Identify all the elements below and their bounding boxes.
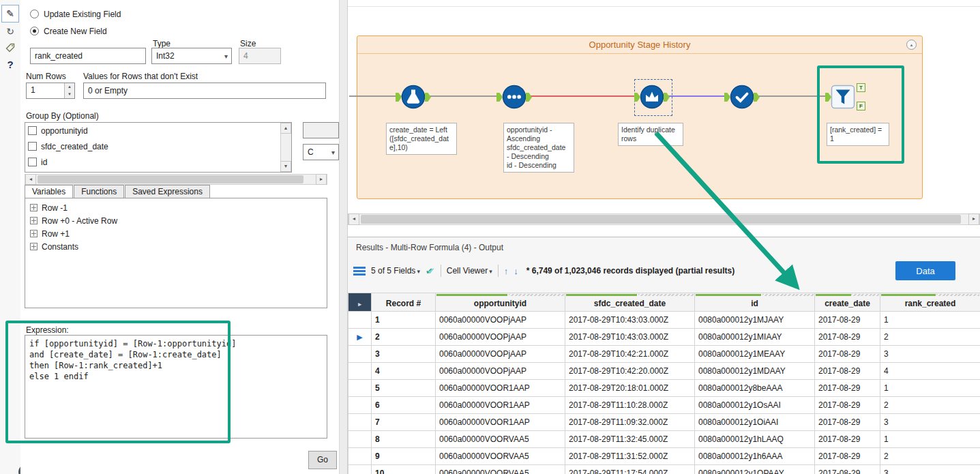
data-cell[interactable]: 0060a00000VOORVAA5 <box>436 448 565 465</box>
data-cell[interactable]: 2017-08-29T11:10:28.000Z <box>565 397 695 414</box>
table-row[interactable]: 10060a00000VOOPjAAP2017-08-29T10:43:03.0… <box>348 312 980 329</box>
data-cell[interactable]: 2017-08-29T10:43:03.000Z <box>565 329 695 346</box>
table-row[interactable]: 60060a00000VOOR1AAP2017-08-29T11:10:28.0… <box>348 397 980 414</box>
data-cell[interactable]: 0080a000012y1MJAAY <box>695 312 815 329</box>
record-number-cell[interactable]: 3 <box>372 346 436 363</box>
row-selector[interactable] <box>348 465 372 474</box>
false-output-anchor[interactable]: F <box>857 102 865 110</box>
column-header-record-[interactable]: Record # <box>372 293 436 312</box>
table-row[interactable]: 70060a00000VOOR1AAP2017-08-29T11:09:32.0… <box>348 414 980 431</box>
values-dropdown[interactable]: 0 or Empty <box>83 83 326 99</box>
tag-icon[interactable] <box>3 43 18 55</box>
column-header-sfdc-created-date[interactable]: sfdc_created_date <box>565 293 695 312</box>
data-cell[interactable]: 0080a000012y1h6AAA <box>695 448 815 465</box>
data-cell[interactable]: 2017-08-29 <box>815 363 880 380</box>
move-up-icon[interactable]: ↑ <box>504 266 509 276</box>
row-selector[interactable] <box>348 431 372 448</box>
list-view-icon[interactable] <box>353 267 366 276</box>
group-by-item[interactable]: opportunityid <box>25 123 291 138</box>
data-cell[interactable]: 0060a00000VOOR1AAP <box>436 414 565 431</box>
row-selector[interactable] <box>348 414 372 431</box>
column-header-id[interactable]: id <box>695 293 815 312</box>
record-number-cell[interactable]: 8 <box>372 431 436 448</box>
scroll-left-icon[interactable]: ◂ <box>25 174 36 185</box>
radio-icon[interactable] <box>30 10 39 18</box>
move-down-icon[interactable]: ↓ <box>514 266 518 276</box>
refresh-icon[interactable]: ↻ <box>3 26 18 37</box>
row-selector[interactable] <box>348 346 372 363</box>
data-cell[interactable]: 0060a00000VOOPjAAP <box>436 346 565 363</box>
row-selector[interactable] <box>348 363 372 380</box>
row-selector[interactable] <box>348 380 372 397</box>
data-cell[interactable]: 2017-08-29 <box>815 380 880 397</box>
data-cell[interactable]: 2 <box>880 448 980 465</box>
column-header-create-date[interactable]: create_date <box>815 293 880 312</box>
unique-tool[interactable] <box>640 85 664 109</box>
scroll-right-icon[interactable]: ▸ <box>316 174 327 185</box>
record-number-cell[interactable]: 4 <box>372 363 436 380</box>
group-by-listbox[interactable]: opportunityidsfdc_created_dateid ▴ ▾ <box>25 122 292 173</box>
data-cell[interactable]: 2017-08-29 <box>815 465 880 474</box>
data-cell[interactable]: 0080a000012y1MEAAY <box>695 346 815 363</box>
data-cell[interactable]: 2017-08-29T11:09:32.000Z <box>565 414 695 431</box>
data-cell[interactable]: 0060a00000VOOR1AAP <box>436 397 565 414</box>
tree-item[interactable]: Row -1 <box>25 201 327 214</box>
radio-create-new-field[interactable]: Create New Field <box>30 23 121 40</box>
true-output-anchor[interactable]: T <box>857 83 865 92</box>
listbox-scrollbar[interactable]: ▴ ▾ <box>280 123 291 172</box>
scroll-right-icon[interactable]: ▸ <box>968 213 979 225</box>
record-number-cell[interactable]: 1 <box>372 312 436 329</box>
data-cell[interactable]: 3 <box>880 465 980 474</box>
tab-saved-expressions[interactable]: Saved Expressions <box>125 185 210 198</box>
tool-container[interactable]: Opportunity Stage History ▴ <box>357 35 923 199</box>
cell-viewer-dropdown[interactable]: Cell Viewer▾ <box>447 266 492 276</box>
record-number-cell[interactable]: 6 <box>372 397 436 414</box>
data-cell[interactable]: 2017-08-29T11:17:54.000Z <box>565 465 695 474</box>
data-button[interactable]: Data <box>895 261 955 280</box>
annotation-filter[interactable]: [rank_created] = 1 <box>827 123 889 146</box>
record-number-cell[interactable]: 7 <box>372 414 436 431</box>
filter-tool[interactable]: T F <box>831 85 855 109</box>
config-hscrollbar[interactable]: ◂ ▸ <box>25 174 327 185</box>
column-header-opportunityid[interactable]: opportunityid <box>436 293 565 312</box>
record-number-cell[interactable]: 5 <box>372 380 436 397</box>
data-cell[interactable]: 0080a000012y1OsAAI <box>695 397 815 414</box>
tree-item[interactable]: Row +0 - Active Row <box>25 214 327 227</box>
table-row[interactable]: 40060a00000VOOPjAAP2017-08-29T10:42:20.0… <box>348 363 980 380</box>
data-cell[interactable]: 0060a00000VOOPjAAP <box>436 363 565 380</box>
panel-splitter[interactable] <box>339 0 348 474</box>
tree-item[interactable]: Constants <box>25 240 327 253</box>
row-selector[interactable] <box>348 312 372 329</box>
data-cell[interactable]: 0060a00000VOOR1AAP <box>436 380 565 397</box>
expand-plus-icon[interactable] <box>30 204 38 211</box>
data-cell[interactable]: 2 <box>880 329 980 346</box>
configure-pencil-icon[interactable]: ✎ <box>1 5 19 23</box>
expand-plus-icon[interactable] <box>30 243 38 250</box>
scrollbar-thumb[interactable] <box>361 215 961 224</box>
tree-item[interactable]: Row +1 <box>25 227 327 240</box>
data-cell[interactable]: 0080a000012y8beAAA <box>695 380 815 397</box>
data-cell[interactable]: 0060a00000VOOPjAAP <box>436 312 565 329</box>
data-cell[interactable]: 2017-08-29T11:32:45.000Z <box>565 431 695 448</box>
chevron-down-icon[interactable]: ▾ <box>331 147 335 158</box>
data-cell[interactable]: 0060a00000VOORVAA5 <box>436 431 565 448</box>
data-cell[interactable]: 0080a000012y1hLAAQ <box>695 431 815 448</box>
record-number-cell[interactable]: 9 <box>372 448 436 465</box>
canvas-hscrollbar[interactable]: ◂ ▸ <box>348 213 980 225</box>
data-cell[interactable]: 2017-08-29T10:42:21.000Z <box>565 346 695 363</box>
checkbox[interactable] <box>28 126 37 135</box>
tab-functions[interactable]: Functions <box>74 185 124 198</box>
checkbox[interactable] <box>28 142 37 151</box>
annotation-sort[interactable]: opportunityid - Ascending sfdc_created_d… <box>503 123 574 173</box>
variables-tree[interactable]: Row -1Row +0 - Active RowRow +1Constants <box>25 198 327 308</box>
chevron-down-icon[interactable]: ▾ <box>224 51 228 62</box>
annotation-unique[interactable]: Identify duplicate rows <box>618 123 683 146</box>
data-cell[interactable]: 3 <box>880 414 980 431</box>
scroll-down-icon[interactable]: ▾ <box>280 161 291 172</box>
record-number-cell[interactable]: 10 <box>372 465 436 474</box>
data-cell[interactable]: 2 <box>880 397 980 414</box>
data-cell[interactable]: 2017-08-29 <box>815 312 880 329</box>
row-selector[interactable] <box>348 448 372 465</box>
scroll-up-icon[interactable]: ▴ <box>280 123 291 134</box>
row-selector[interactable] <box>348 397 372 414</box>
